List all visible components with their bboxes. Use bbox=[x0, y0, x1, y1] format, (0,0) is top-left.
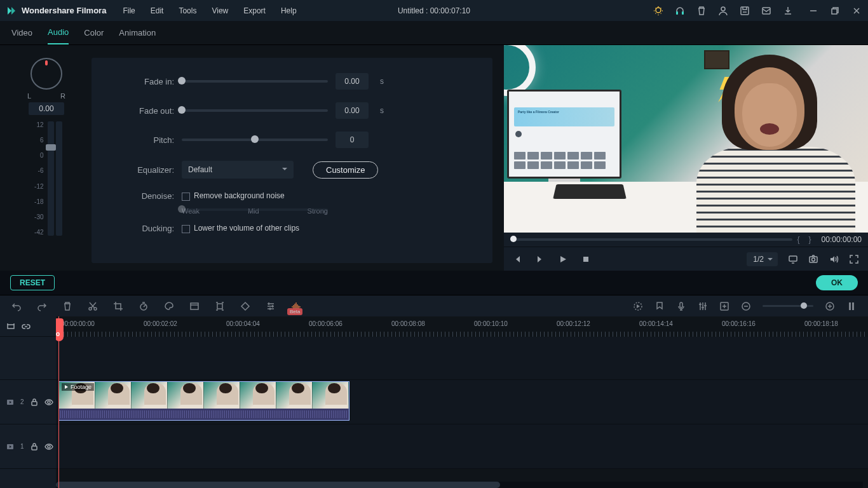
mark-in-brace[interactable]: { bbox=[797, 235, 800, 244]
audio-panel: LR 0.00 12 6 0 -6 -12 -18 -30 -42 bbox=[0, 45, 504, 271]
green-screen-icon[interactable] bbox=[189, 301, 200, 311]
download-icon[interactable] bbox=[783, 6, 793, 16]
minimize-icon[interactable] bbox=[808, 6, 818, 16]
record-voiceover-icon[interactable] bbox=[676, 301, 686, 311]
speed-icon[interactable] bbox=[139, 301, 149, 311]
denoise-slider[interactable] bbox=[182, 208, 328, 211]
menu-tools[interactable]: Tools bbox=[177, 4, 198, 18]
motion-tracking-icon[interactable] bbox=[215, 301, 225, 311]
timeline-ruler[interactable]: 00:00:00:00 00:00:02:02 00:00:04:04 00:0… bbox=[56, 316, 868, 337]
clip-audio-waveform bbox=[59, 409, 349, 420]
cut-icon[interactable] bbox=[88, 301, 98, 311]
marker-icon[interactable] bbox=[654, 301, 665, 311]
visibility-icon[interactable] bbox=[44, 443, 53, 451]
ok-button[interactable]: OK bbox=[816, 275, 858, 290]
svg-rect-22 bbox=[852, 302, 854, 310]
user-icon[interactable] bbox=[718, 6, 728, 16]
svg-rect-7 bbox=[583, 257, 588, 262]
link-icon[interactable] bbox=[22, 322, 31, 331]
auto-ripple-icon[interactable] bbox=[6, 322, 15, 331]
svg-rect-8 bbox=[789, 256, 797, 261]
svg-rect-15 bbox=[217, 304, 222, 309]
svg-point-11 bbox=[89, 308, 92, 310]
pitch-input[interactable] bbox=[336, 132, 369, 148]
tab-audio[interactable]: Audio bbox=[48, 21, 69, 44]
customize-button[interactable]: Customize bbox=[313, 161, 378, 179]
lightbulb-icon[interactable] bbox=[653, 6, 663, 16]
svg-rect-5 bbox=[763, 8, 770, 14]
fade-out-input[interactable] bbox=[336, 102, 369, 119]
balance-value[interactable]: 0.00 bbox=[29, 102, 64, 115]
headphones-icon[interactable] bbox=[675, 6, 685, 16]
fade-in-slider[interactable] bbox=[182, 80, 328, 83]
svg-rect-14 bbox=[191, 303, 198, 309]
redo-icon[interactable] bbox=[37, 301, 47, 311]
mark-out-brace[interactable]: } bbox=[809, 235, 811, 244]
volume-fader[interactable] bbox=[48, 121, 54, 236]
track-lane-spacer[interactable] bbox=[56, 337, 868, 380]
play-icon[interactable] bbox=[559, 255, 567, 264]
balance-knob[interactable] bbox=[31, 58, 62, 90]
track-lane-2[interactable]: Footage bbox=[56, 380, 868, 424]
adjust-icon[interactable] bbox=[266, 301, 276, 311]
ducking-checkbox[interactable]: Lower the volume of other clips bbox=[182, 224, 299, 233]
preview-monitor: Party like a Filmora Creator bbox=[507, 90, 621, 179]
menu-view[interactable]: View bbox=[210, 4, 229, 18]
keyframe-icon[interactable] bbox=[240, 301, 250, 311]
visibility-icon[interactable] bbox=[44, 398, 53, 406]
video-clip[interactable]: Footage bbox=[58, 381, 349, 421]
crop-icon[interactable] bbox=[113, 301, 123, 311]
fade-in-label: Fade in: bbox=[104, 77, 174, 86]
fade-out-slider[interactable] bbox=[182, 109, 328, 112]
close-icon[interactable] bbox=[851, 6, 862, 16]
track-lane-1[interactable] bbox=[56, 424, 868, 469]
menu-help[interactable]: Help bbox=[280, 4, 298, 18]
render-icon[interactable] bbox=[633, 301, 643, 311]
svg-point-3 bbox=[721, 7, 725, 11]
preview-quality-select[interactable]: 1/2 bbox=[747, 252, 778, 266]
menu-export[interactable]: Export bbox=[242, 4, 267, 18]
tab-video[interactable]: Video bbox=[11, 22, 32, 44]
zoom-out-icon[interactable] bbox=[741, 301, 751, 311]
timeline-hscroll[interactable] bbox=[56, 482, 863, 488]
lock-icon[interactable] bbox=[31, 398, 38, 406]
mail-icon[interactable] bbox=[761, 6, 771, 16]
fullscreen-icon[interactable] bbox=[849, 254, 859, 264]
stop-icon[interactable] bbox=[581, 255, 590, 264]
track-header-2: 2 bbox=[0, 380, 56, 424]
playhead[interactable]: o bbox=[58, 316, 59, 488]
color-icon[interactable] bbox=[164, 301, 174, 311]
zoom-fit-icon[interactable] bbox=[846, 301, 857, 311]
pitch-label: Pitch: bbox=[104, 135, 174, 145]
tab-animation[interactable]: Animation bbox=[119, 22, 156, 44]
zoom-slider[interactable] bbox=[763, 305, 813, 307]
zoom-in-icon[interactable] bbox=[825, 301, 835, 311]
pitch-slider[interactable] bbox=[182, 139, 328, 141]
audio-visualizer-icon[interactable]: Beta bbox=[291, 301, 301, 311]
tab-color[interactable]: Color bbox=[84, 22, 104, 44]
delete-icon[interactable] bbox=[62, 301, 72, 311]
playback-scrubber[interactable] bbox=[510, 238, 792, 241]
lock-icon[interactable] bbox=[31, 443, 38, 451]
maximize-icon[interactable] bbox=[830, 6, 840, 16]
mixer-icon[interactable] bbox=[698, 301, 708, 311]
equalizer-select[interactable]: Default bbox=[182, 161, 294, 179]
display-icon[interactable] bbox=[788, 254, 798, 264]
trash-icon[interactable] bbox=[696, 6, 707, 16]
denoise-checkbox[interactable]: Remove background noise bbox=[182, 191, 285, 200]
snapshot-icon[interactable] bbox=[808, 254, 818, 264]
reset-button[interactable]: RESET bbox=[10, 275, 55, 290]
prev-frame-icon[interactable] bbox=[513, 255, 522, 264]
preview-video[interactable]: Party like a Filmora Creator bbox=[504, 45, 868, 233]
save-icon[interactable] bbox=[740, 6, 750, 16]
fade-in-input[interactable] bbox=[336, 73, 369, 90]
next-frame-icon[interactable] bbox=[536, 255, 545, 264]
svg-rect-2 bbox=[682, 11, 684, 15]
svg-point-10 bbox=[812, 258, 815, 261]
menu-file[interactable]: File bbox=[121, 4, 136, 18]
undo-icon[interactable] bbox=[11, 301, 22, 311]
track-header-1: 1 bbox=[0, 424, 56, 469]
add-media-icon[interactable] bbox=[719, 301, 729, 311]
volume-icon[interactable] bbox=[829, 254, 839, 264]
menu-edit[interactable]: Edit bbox=[149, 4, 165, 18]
